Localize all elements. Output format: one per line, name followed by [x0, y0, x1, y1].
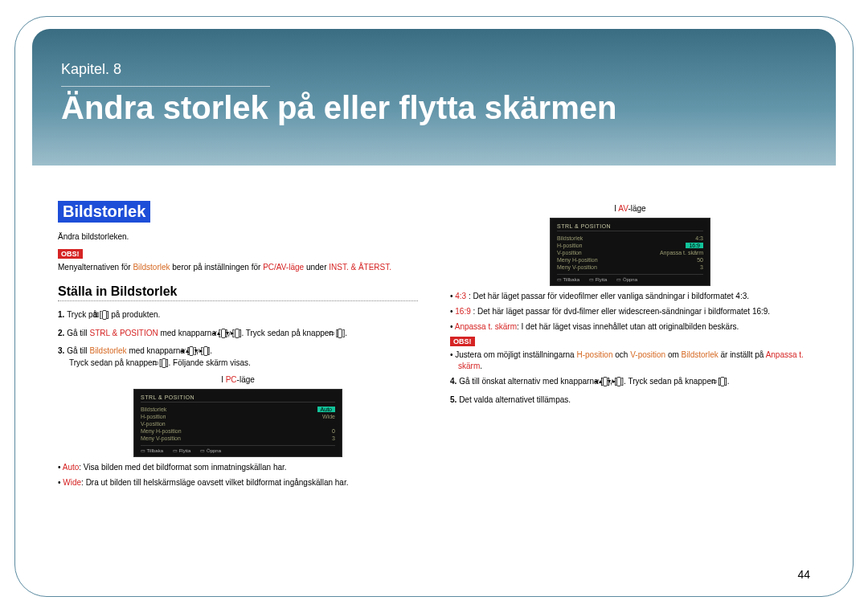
chapter-rule — [61, 86, 270, 87]
bullet-43: 4:3 : Det här läget passar för videofilm… — [450, 291, 810, 302]
osd-title: STRL & POSITION — [141, 394, 335, 403]
step-5: 5. Det valda alternativet tillämpas. — [450, 394, 810, 407]
dotted-rule — [58, 300, 418, 301]
left-column: Bildstorlek Ändra bildstorleken. OBS! Me… — [58, 201, 418, 492]
bullet-169: 16:9 : Det här läget passar för dvd-film… — [450, 306, 810, 317]
osd-row: Meny H-position50 — [557, 256, 703, 264]
bullet-wide: Wide: Dra ut bilden till helskärmsläge o… — [58, 477, 418, 488]
step-1: 1. Tryck på [▥] på produkten. — [58, 309, 418, 321]
av-bullets: 4:3 : Det här läget passar för videofilm… — [450, 291, 810, 333]
obs-badge: OBS! — [58, 249, 83, 259]
av-mode-caption: I AV-läge — [450, 204, 810, 213]
osd-row: V-positionAnpassa t. skärm — [557, 249, 703, 256]
osd-footer: TillbakaFlyttaÖppna — [141, 445, 335, 453]
chapter-header: Kapitel. 8 Ändra storlek på eller flytta… — [32, 29, 836, 166]
osd-row: Meny H-position0 — [141, 427, 335, 435]
bullet-fit: Anpassa t. skärm: I det här läget visas … — [450, 321, 810, 333]
pc-mode-caption: I PC-läge — [58, 375, 418, 384]
step-3: 3. Gå till Bildstorlek med knapparna [◂/… — [58, 345, 418, 369]
content-area: Bildstorlek Ändra bildstorleken. OBS! Me… — [58, 201, 810, 581]
pc-bullets: Auto: Visa bilden med det bildformat som… — [58, 462, 418, 488]
osd-av-screenshot: STRL & POSITION Bildstorlek4:3H-position… — [550, 218, 710, 286]
osd-row: Meny V-position3 — [557, 264, 703, 271]
osd-row: Meny V-position3 — [141, 435, 335, 442]
page-number: 44 — [797, 568, 810, 581]
bullet-auto: Auto: Visa bilden med det bildformat som… — [58, 462, 418, 473]
section-heading: Bildstorlek — [58, 201, 150, 223]
osd-row: BildstorlekAuto — [141, 406, 335, 413]
section-intro: Ändra bildstorleken. — [58, 232, 418, 241]
osd-title: STRL & POSITION — [557, 223, 703, 231]
obs2-bullets: Justera om möjligt inställningarna H-pos… — [450, 349, 810, 372]
osd-footer: TillbakaFlyttaÖppna — [557, 274, 703, 282]
osd-row: V-position — [141, 420, 335, 427]
osd-pc-screenshot: STRL & POSITION BildstorlekAutoH-positio… — [133, 389, 342, 457]
obs2-bullet: Justera om möjligt inställningarna H-pos… — [450, 349, 810, 372]
right-column: I AV-läge STRL & POSITION Bildstorlek4:3… — [450, 201, 810, 492]
osd-row: H-position16:9 — [557, 242, 703, 249]
osd-row: Bildstorlek4:3 — [557, 235, 703, 242]
step-4: 4. Gå till önskat alternativ med knappar… — [450, 376, 810, 388]
steps-list: 1. Tryck på [▥] på produkten. 2. Gå till… — [58, 309, 418, 369]
note-text: Menyalternativen för Bildstorlek beror p… — [58, 262, 418, 273]
chapter-title: Ändra storlek på eller flytta skärmen — [61, 90, 807, 126]
subheading: Ställa in Bildstorlek — [58, 284, 418, 299]
step-2: 2. Gå till STRL & POSITION med knapparna… — [58, 328, 418, 340]
steps-list-right: 4. Gå till önskat alternativ med knappar… — [450, 376, 810, 406]
chapter-label: Kapitel. 8 — [61, 61, 807, 81]
obs-badge-2: OBS! — [450, 337, 475, 346]
osd-row: H-positionWide — [141, 413, 335, 420]
